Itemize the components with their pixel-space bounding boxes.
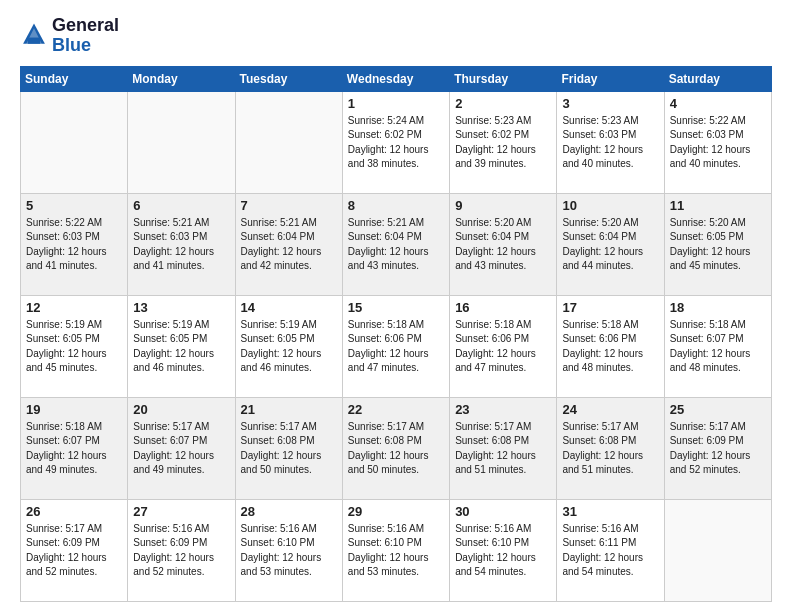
day-number: 9 [455, 198, 551, 213]
day-info: Sunrise: 5:16 AM Sunset: 6:09 PM Dayligh… [133, 522, 229, 580]
day-number: 8 [348, 198, 444, 213]
calendar-cell: 11Sunrise: 5:20 AM Sunset: 6:05 PM Dayli… [664, 193, 771, 295]
weekday-header-wednesday: Wednesday [342, 66, 449, 91]
week-row-3: 12Sunrise: 5:19 AM Sunset: 6:05 PM Dayli… [21, 295, 772, 397]
day-number: 24 [562, 402, 658, 417]
day-info: Sunrise: 5:16 AM Sunset: 6:10 PM Dayligh… [348, 522, 444, 580]
logo-line1: General [52, 16, 119, 36]
calendar-cell: 4Sunrise: 5:22 AM Sunset: 6:03 PM Daylig… [664, 91, 771, 193]
day-info: Sunrise: 5:19 AM Sunset: 6:05 PM Dayligh… [133, 318, 229, 376]
calendar-cell: 27Sunrise: 5:16 AM Sunset: 6:09 PM Dayli… [128, 499, 235, 601]
calendar-cell: 6Sunrise: 5:21 AM Sunset: 6:03 PM Daylig… [128, 193, 235, 295]
day-info: Sunrise: 5:17 AM Sunset: 6:08 PM Dayligh… [348, 420, 444, 478]
day-number: 11 [670, 198, 766, 213]
page: General Blue SundayMondayTuesdayWednesda… [0, 0, 792, 612]
calendar-cell: 16Sunrise: 5:18 AM Sunset: 6:06 PM Dayli… [450, 295, 557, 397]
logo-text: General Blue [52, 16, 119, 56]
day-number: 30 [455, 504, 551, 519]
weekday-header-friday: Friday [557, 66, 664, 91]
day-info: Sunrise: 5:18 AM Sunset: 6:06 PM Dayligh… [562, 318, 658, 376]
weekday-header-monday: Monday [128, 66, 235, 91]
calendar-cell: 3Sunrise: 5:23 AM Sunset: 6:03 PM Daylig… [557, 91, 664, 193]
day-number: 1 [348, 96, 444, 111]
week-row-2: 5Sunrise: 5:22 AM Sunset: 6:03 PM Daylig… [21, 193, 772, 295]
day-info: Sunrise: 5:20 AM Sunset: 6:05 PM Dayligh… [670, 216, 766, 274]
svg-rect-2 [28, 37, 40, 43]
day-number: 17 [562, 300, 658, 315]
day-info: Sunrise: 5:17 AM Sunset: 6:08 PM Dayligh… [455, 420, 551, 478]
weekday-header-sunday: Sunday [21, 66, 128, 91]
calendar-cell: 7Sunrise: 5:21 AM Sunset: 6:04 PM Daylig… [235, 193, 342, 295]
day-number: 10 [562, 198, 658, 213]
calendar-cell: 1Sunrise: 5:24 AM Sunset: 6:02 PM Daylig… [342, 91, 449, 193]
calendar-cell: 23Sunrise: 5:17 AM Sunset: 6:08 PM Dayli… [450, 397, 557, 499]
day-info: Sunrise: 5:19 AM Sunset: 6:05 PM Dayligh… [26, 318, 122, 376]
weekday-header-row: SundayMondayTuesdayWednesdayThursdayFrid… [21, 66, 772, 91]
calendar-cell: 31Sunrise: 5:16 AM Sunset: 6:11 PM Dayli… [557, 499, 664, 601]
day-info: Sunrise: 5:18 AM Sunset: 6:07 PM Dayligh… [670, 318, 766, 376]
day-number: 15 [348, 300, 444, 315]
week-row-4: 19Sunrise: 5:18 AM Sunset: 6:07 PM Dayli… [21, 397, 772, 499]
calendar-cell: 2Sunrise: 5:23 AM Sunset: 6:02 PM Daylig… [450, 91, 557, 193]
day-info: Sunrise: 5:16 AM Sunset: 6:10 PM Dayligh… [241, 522, 337, 580]
calendar-cell: 19Sunrise: 5:18 AM Sunset: 6:07 PM Dayli… [21, 397, 128, 499]
day-number: 29 [348, 504, 444, 519]
calendar-cell: 21Sunrise: 5:17 AM Sunset: 6:08 PM Dayli… [235, 397, 342, 499]
calendar-cell [664, 499, 771, 601]
week-row-5: 26Sunrise: 5:17 AM Sunset: 6:09 PM Dayli… [21, 499, 772, 601]
calendar-cell [128, 91, 235, 193]
calendar-cell: 12Sunrise: 5:19 AM Sunset: 6:05 PM Dayli… [21, 295, 128, 397]
calendar-cell: 30Sunrise: 5:16 AM Sunset: 6:10 PM Dayli… [450, 499, 557, 601]
day-number: 19 [26, 402, 122, 417]
day-number: 18 [670, 300, 766, 315]
day-number: 4 [670, 96, 766, 111]
calendar-cell: 13Sunrise: 5:19 AM Sunset: 6:05 PM Dayli… [128, 295, 235, 397]
calendar-cell: 28Sunrise: 5:16 AM Sunset: 6:10 PM Dayli… [235, 499, 342, 601]
day-info: Sunrise: 5:17 AM Sunset: 6:07 PM Dayligh… [133, 420, 229, 478]
day-info: Sunrise: 5:21 AM Sunset: 6:04 PM Dayligh… [348, 216, 444, 274]
day-info: Sunrise: 5:18 AM Sunset: 6:06 PM Dayligh… [348, 318, 444, 376]
calendar-cell: 5Sunrise: 5:22 AM Sunset: 6:03 PM Daylig… [21, 193, 128, 295]
day-info: Sunrise: 5:17 AM Sunset: 6:09 PM Dayligh… [26, 522, 122, 580]
weekday-header-tuesday: Tuesday [235, 66, 342, 91]
logo-icon [20, 22, 48, 50]
calendar-cell: 20Sunrise: 5:17 AM Sunset: 6:07 PM Dayli… [128, 397, 235, 499]
calendar-cell: 9Sunrise: 5:20 AM Sunset: 6:04 PM Daylig… [450, 193, 557, 295]
day-number: 22 [348, 402, 444, 417]
day-number: 20 [133, 402, 229, 417]
day-number: 6 [133, 198, 229, 213]
day-info: Sunrise: 5:18 AM Sunset: 6:06 PM Dayligh… [455, 318, 551, 376]
weekday-header-saturday: Saturday [664, 66, 771, 91]
calendar-cell: 26Sunrise: 5:17 AM Sunset: 6:09 PM Dayli… [21, 499, 128, 601]
day-number: 21 [241, 402, 337, 417]
day-number: 26 [26, 504, 122, 519]
calendar-cell: 29Sunrise: 5:16 AM Sunset: 6:10 PM Dayli… [342, 499, 449, 601]
day-info: Sunrise: 5:24 AM Sunset: 6:02 PM Dayligh… [348, 114, 444, 172]
logo-line2: Blue [52, 35, 91, 55]
day-info: Sunrise: 5:19 AM Sunset: 6:05 PM Dayligh… [241, 318, 337, 376]
calendar-cell: 22Sunrise: 5:17 AM Sunset: 6:08 PM Dayli… [342, 397, 449, 499]
calendar-cell [21, 91, 128, 193]
day-number: 23 [455, 402, 551, 417]
day-number: 14 [241, 300, 337, 315]
day-number: 12 [26, 300, 122, 315]
day-info: Sunrise: 5:20 AM Sunset: 6:04 PM Dayligh… [562, 216, 658, 274]
day-number: 25 [670, 402, 766, 417]
day-info: Sunrise: 5:21 AM Sunset: 6:03 PM Dayligh… [133, 216, 229, 274]
day-info: Sunrise: 5:23 AM Sunset: 6:03 PM Dayligh… [562, 114, 658, 172]
calendar-cell: 8Sunrise: 5:21 AM Sunset: 6:04 PM Daylig… [342, 193, 449, 295]
day-info: Sunrise: 5:22 AM Sunset: 6:03 PM Dayligh… [670, 114, 766, 172]
day-info: Sunrise: 5:17 AM Sunset: 6:08 PM Dayligh… [241, 420, 337, 478]
calendar-cell: 15Sunrise: 5:18 AM Sunset: 6:06 PM Dayli… [342, 295, 449, 397]
day-info: Sunrise: 5:17 AM Sunset: 6:08 PM Dayligh… [562, 420, 658, 478]
day-info: Sunrise: 5:16 AM Sunset: 6:10 PM Dayligh… [455, 522, 551, 580]
logo: General Blue [20, 16, 119, 56]
calendar-cell: 25Sunrise: 5:17 AM Sunset: 6:09 PM Dayli… [664, 397, 771, 499]
day-number: 27 [133, 504, 229, 519]
calendar-cell: 14Sunrise: 5:19 AM Sunset: 6:05 PM Dayli… [235, 295, 342, 397]
header: General Blue [20, 16, 772, 56]
calendar-table: SundayMondayTuesdayWednesdayThursdayFrid… [20, 66, 772, 602]
day-number: 16 [455, 300, 551, 315]
day-info: Sunrise: 5:23 AM Sunset: 6:02 PM Dayligh… [455, 114, 551, 172]
day-info: Sunrise: 5:22 AM Sunset: 6:03 PM Dayligh… [26, 216, 122, 274]
